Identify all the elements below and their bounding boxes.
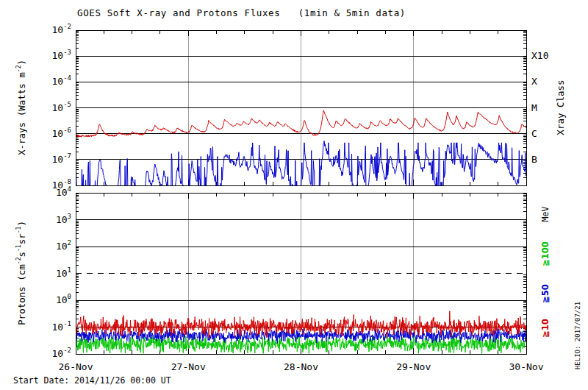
xray-class-label: X10 <box>531 50 548 61</box>
xray-y-axis-title-sup: -2 <box>15 65 22 73</box>
y-tick-exponent: -6 <box>63 127 71 134</box>
y-tick-label: 100 <box>56 293 71 305</box>
xray-y-axis-title-close: ) <box>16 60 27 65</box>
y-tick-exponent: -3 <box>63 49 71 56</box>
x-tick-label: 29-Nov <box>396 361 431 372</box>
x-tick-label: 28-Nov <box>284 361 318 372</box>
y-tick-exponent: 2 <box>68 239 71 247</box>
proton-title-p2: s <box>16 252 27 258</box>
y-tick-label: 102 <box>56 239 71 252</box>
chart-title: GOES Soft X-ray and Protons Fluxes (1min… <box>77 7 406 18</box>
y-tick-label: 10-7 <box>52 152 72 165</box>
y-tick-exponent: -1 <box>63 320 71 327</box>
xray-class-label: C <box>531 128 537 139</box>
y-tick-label: 10-5 <box>52 101 72 113</box>
y-tick-exponent: 1 <box>68 266 71 274</box>
y-tick-label: 103 <box>56 213 71 225</box>
xray-class-label: X <box>531 76 537 87</box>
y-tick-label: 10-3 <box>52 49 72 61</box>
proton-title-p1: Protons (cm <box>16 264 27 325</box>
start-date-label: Start Date: 2014/11/26 00:00 UT <box>13 375 171 386</box>
y-tick-label: 10-2 <box>52 23 72 35</box>
y-tick-exponent: -5 <box>63 101 71 108</box>
goes-flux-plot-page: 10-210-310-410-510-610-710-8104103102101… <box>0 0 588 390</box>
mev-axis-title: MeV <box>540 207 551 222</box>
proton-y-axis-title: Protons (cm-2s-1sr-1) <box>15 221 26 325</box>
threshold-label-ge10mev: ≧10 <box>540 319 551 338</box>
y-tick-exponent: -2 <box>63 347 71 354</box>
x-tick-label: 26-Nov <box>59 361 93 372</box>
y-tick-label: 10-4 <box>52 74 72 87</box>
y-tick-exponent: 3 <box>68 213 71 220</box>
xray-y-axis-title-text: X-rays (Watts m <box>16 72 27 155</box>
xray-y-axis-title: X-rays (Watts m-2) <box>15 60 26 155</box>
y-tick-exponent: -7 <box>63 152 71 160</box>
y-tick-exponent: -8 <box>63 178 71 185</box>
y-tick-label: 10-1 <box>52 320 72 333</box>
proton-title-s2: -1 <box>15 244 22 252</box>
y-tick-exponent: 4 <box>68 185 71 193</box>
x-tick-label: 30-Nov <box>509 361 544 372</box>
threshold-label-ge100mev: ≧100 <box>540 241 551 266</box>
y-tick-exponent: -2 <box>63 23 71 30</box>
y-tick-label: 104 <box>56 185 71 198</box>
y-tick-label: 10-2 <box>52 347 72 359</box>
proton-title-p3: sr <box>16 233 27 244</box>
y-tick-exponent: 0 <box>68 293 71 300</box>
plot-canvas: 10-210-310-410-510-610-710-8104103102101… <box>0 0 588 390</box>
proton-title-s3: -1 <box>15 227 22 234</box>
y-tick-label: 10-6 <box>52 127 72 139</box>
proton-title-p4: ) <box>16 221 27 227</box>
x-tick-label: 27-Nov <box>171 361 206 372</box>
y-tick-label: 101 <box>56 266 71 279</box>
y-tick-exponent: -4 <box>63 74 71 82</box>
xray-class-axis-title: Xray Class <box>555 79 566 135</box>
threshold-label-ge50mev: ≧50 <box>540 284 551 303</box>
xray-class-label: B <box>531 154 537 165</box>
xray-class-label: M <box>531 102 537 113</box>
helio-date-stamp: HELIO: 2017/07/21 <box>574 302 581 369</box>
proton-title-s1: -2 <box>15 257 22 264</box>
